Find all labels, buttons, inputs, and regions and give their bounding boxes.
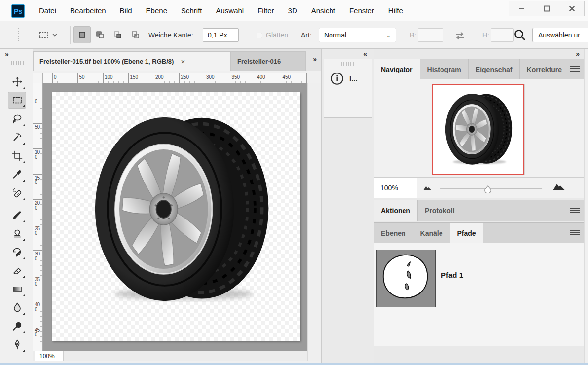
dock-collapse-button[interactable]: «: [363, 50, 367, 58]
panel-grip-handle[interactable]: [341, 62, 355, 66]
panel-tab-kan-le[interactable]: Kanäle: [413, 223, 450, 243]
vertical-ruler[interactable]: 0501001502002503003504004505: [33, 83, 43, 351]
tools-panel: »: [0, 49, 33, 365]
navigator-content: 100%: [374, 79, 588, 198]
panel-menu-icon[interactable]: [570, 230, 580, 236]
pen-tool[interactable]: [8, 336, 26, 353]
eraser-tool[interactable]: [8, 262, 26, 279]
maximize-icon: [543, 4, 551, 13]
style-select[interactable]: Normal ⌄: [319, 28, 396, 42]
crop-tool[interactable]: [8, 147, 26, 164]
tab-overflow-button[interactable]: »: [313, 55, 317, 63]
panel-tab-ebenen[interactable]: Ebenen: [374, 223, 413, 243]
height-input[interactable]: [491, 28, 514, 42]
menu-item-hilfe[interactable]: Hilfe: [388, 6, 403, 15]
path-name[interactable]: Pfad 1: [441, 271, 463, 279]
dodge-tool[interactable]: [8, 318, 26, 334]
zoom-out-mountains-icon[interactable]: [423, 184, 432, 191]
menu-item-bearbeiten[interactable]: Bearbeiten: [70, 6, 106, 15]
panel-tab-eigenschaf[interactable]: Eigenschaf: [469, 59, 520, 79]
window-controls: [509, 1, 585, 16]
panel-tab-korrekture[interactable]: Korrekture: [520, 59, 570, 79]
panel-tab-histogram[interactable]: Histogram: [420, 59, 469, 79]
menu-item-schrift[interactable]: Schrift: [181, 6, 202, 15]
select-and-mask-button[interactable]: Auswählen ur: [532, 28, 588, 42]
panel-menu-icon[interactable]: [570, 66, 580, 73]
close-tab-icon[interactable]: ×: [181, 57, 185, 66]
blur-tool-icon: [12, 302, 23, 313]
path-thumbnail[interactable]: [376, 250, 436, 307]
zoom-slider-thumb[interactable]: [484, 185, 492, 193]
horizontal-ruler[interactable]: 05010015020025030035040045050: [43, 73, 307, 83]
document-tab[interactable]: Freisteller-015.tif bei 100% (Ebene 1, R…: [33, 51, 231, 71]
width-input[interactable]: [418, 28, 443, 42]
intersect-selection-button[interactable]: [127, 26, 144, 43]
zoom-in-mountains-icon[interactable]: [552, 182, 566, 191]
ruler-label: 450: [35, 328, 40, 337]
menu-item-ansicht[interactable]: Ansicht: [311, 6, 335, 15]
healing-brush-tool[interactable]: [8, 184, 26, 201]
menu-bar: DateiBearbeitenBildEbeneSchriftAuswahlFi…: [39, 0, 403, 21]
menu-item-3d[interactable]: 3D: [288, 6, 297, 15]
zoom-slider[interactable]: [440, 188, 542, 189]
lasso-tool[interactable]: [8, 110, 26, 127]
pen-tool-icon: [12, 339, 23, 350]
vertical-scrollbar[interactable]: [307, 83, 321, 361]
panel-tab-navigator[interactable]: Navigator: [374, 59, 420, 79]
new-selection-button[interactable]: [74, 26, 91, 43]
panel-tab-pfade[interactable]: Pfade: [450, 223, 483, 243]
move-tool[interactable]: [8, 73, 26, 90]
blur-tool[interactable]: [8, 299, 26, 316]
document-tab[interactable]: Freisteller-016: [231, 51, 306, 71]
panel-tab-aktionen[interactable]: Aktionen: [374, 200, 418, 221]
menu-item-filter[interactable]: Filter: [257, 6, 274, 15]
options-grip-handle[interactable]: [18, 28, 19, 42]
brush-tool[interactable]: [8, 207, 26, 223]
swap-dimensions-icon[interactable]: [453, 31, 466, 40]
eyedropper-tool[interactable]: [8, 166, 26, 182]
document-page[interactable]: [52, 92, 300, 341]
photoshop-window: Ps DateiBearbeitenBildEbeneSchriftAuswah…: [0, 0, 588, 365]
height-label: H:: [482, 21, 489, 49]
navigator-zoom-value[interactable]: 100%: [374, 178, 417, 198]
feather-label: Weiche Kante:: [148, 21, 193, 49]
navigator-preview[interactable]: [432, 84, 524, 175]
menu-item-ebene[interactable]: Ebene: [146, 6, 167, 15]
menu-item-fenster[interactable]: Fenster: [349, 6, 374, 15]
toolbar-expand-button[interactable]: »: [5, 50, 9, 58]
menu-item-bild[interactable]: Bild: [120, 6, 132, 15]
panel-menu-icon[interactable]: [570, 208, 580, 214]
path-list-item[interactable]: Pfad 1: [374, 243, 584, 309]
antialias-checkbox[interactable]: [257, 33, 262, 38]
tool-flyout-indicator: [23, 142, 25, 145]
gradient-tool[interactable]: [8, 281, 26, 297]
close-button[interactable]: [559, 1, 585, 16]
subtract-from-selection-button[interactable]: [109, 26, 126, 43]
navigator-panel-group: NavigatorHistogramEigenschafKorrekture 1…: [374, 59, 588, 198]
title-bar: Ps DateiBearbeitenBildEbeneSchriftAuswah…: [0, 0, 588, 21]
magic-wand-tool[interactable]: [8, 129, 26, 146]
maximize-button[interactable]: [534, 1, 559, 16]
status-zoom-level[interactable]: 100%: [35, 351, 64, 361]
canvas[interactable]: [43, 83, 307, 351]
navigator-zoom-row: 100%: [374, 177, 588, 198]
dock-expand-button[interactable]: »: [576, 50, 580, 58]
history-brush-tool[interactable]: [8, 244, 26, 260]
menu-item-datei[interactable]: Datei: [39, 6, 56, 15]
tool-preset-picker[interactable]: [38, 27, 69, 43]
document-tab-bar: Freisteller-015.tif bei 100% (Ebene 1, R…: [33, 49, 321, 71]
toolbar-grip-handle[interactable]: [11, 61, 25, 65]
wheel-path-outline: [377, 250, 435, 307]
clone-stamp-tool[interactable]: [8, 225, 26, 242]
info-panel-button[interactable]: I...: [324, 68, 372, 85]
panel-tab-protokoll[interactable]: Protokoll: [418, 200, 462, 221]
minimize-button[interactable]: [509, 1, 534, 16]
feather-input[interactable]: [203, 28, 239, 42]
new-selection-icon: [77, 30, 87, 39]
magnifier-icon[interactable]: [514, 29, 526, 41]
menu-item-auswahl[interactable]: Auswahl: [216, 6, 244, 15]
add-to-selection-button[interactable]: [91, 26, 109, 43]
ruler-label: 250: [35, 226, 40, 236]
rectangular-marquee-tool[interactable]: [8, 92, 26, 109]
ruler-corner[interactable]: [33, 73, 43, 83]
